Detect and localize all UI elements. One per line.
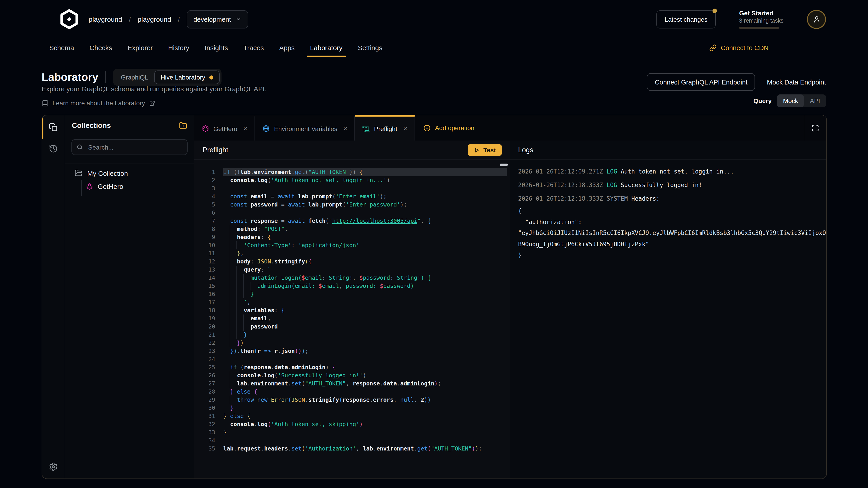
code-line[interactable]: 26console.log('Successfully logged in!')	[194, 371, 510, 380]
code-line[interactable]: 28} else {	[194, 388, 510, 396]
line-number: 12	[194, 258, 215, 266]
code-line[interactable]: 32console.log('Auth token set, skipping'…	[194, 420, 510, 428]
add-operation-button[interactable]: Add operation	[415, 115, 483, 140]
code-line[interactable]: 1if (!lab.environment.get("AUTH_TOKEN"))…	[194, 168, 510, 176]
line-number: 28	[194, 388, 215, 396]
code-line[interactable]: 17`,	[194, 298, 510, 306]
settings-gear-icon[interactable]	[49, 462, 58, 471]
close-icon[interactable]: ×	[403, 125, 408, 133]
line-content: console.log('Auth token set, skipping')	[223, 420, 507, 428]
mock-data-endpoint-button[interactable]: Mock Data Endpoint	[767, 78, 826, 86]
scrollbar-thumb[interactable]	[500, 164, 508, 166]
nav-item-schema[interactable]: Schema	[49, 38, 74, 57]
line-number: 8	[194, 225, 215, 233]
collections-rail-icon[interactable]	[49, 123, 58, 132]
breadcrumb-separator: /	[178, 15, 180, 23]
code-line[interactable]: 11},	[194, 250, 510, 258]
code-line[interactable]: 24	[194, 355, 510, 363]
line-number: 33	[194, 428, 215, 436]
play-icon	[474, 147, 480, 153]
target-selector[interactable]: development	[187, 10, 248, 28]
nav-item-traces[interactable]: Traces	[243, 38, 264, 57]
tab-environment-variables[interactable]: Environment Variables×	[255, 115, 355, 140]
connect-to-cdn-link[interactable]: Connect to CDN	[710, 38, 769, 57]
test-button[interactable]: Test	[468, 144, 502, 156]
code-line[interactable]: 4const email = await lab.prompt('Enter e…	[194, 193, 510, 201]
close-icon[interactable]: ×	[243, 125, 248, 133]
line-number: 20	[194, 323, 215, 331]
code-line[interactable]: 23}).then(r => r.json());	[194, 347, 510, 355]
nav-item-explorer[interactable]: Explorer	[127, 38, 153, 57]
tab-gethero[interactable]: GetHero×	[194, 115, 255, 140]
code-line[interactable]: 6	[194, 209, 510, 217]
collection-item[interactable]: My Collection	[65, 164, 194, 177]
code-line[interactable]: 2console.log('Auth token not set, loggin…	[194, 176, 510, 184]
code-line[interactable]: 3	[194, 184, 510, 193]
code-editor[interactable]: 1if (!lab.environment.get("AUTH_TOKEN"))…	[194, 160, 510, 479]
code-line[interactable]: 21}	[194, 331, 510, 339]
code-line[interactable]: 19email,	[194, 315, 510, 323]
operation-item-gethero[interactable]: GetHero	[65, 177, 194, 190]
toggle-hive-label: Hive Laboratory	[160, 74, 205, 81]
code-line[interactable]: 16}	[194, 290, 510, 298]
code-line[interactable]: 13query: `	[194, 266, 510, 274]
nav-item-history[interactable]: History	[168, 38, 189, 57]
logs-output[interactable]: 2026-01-26T12:12:09.271Z LOG Auth token …	[518, 160, 827, 479]
close-icon[interactable]: ×	[343, 125, 347, 133]
learn-more-link[interactable]: Learn more about the Laboratory	[41, 99, 155, 107]
breadcrumb-project[interactable]: playground	[138, 15, 171, 23]
hive-logo-icon[interactable]	[59, 9, 80, 29]
editor-mode-toggle: GraphiQL Hive Laboratory	[113, 69, 221, 86]
code-line[interactable]: 22})	[194, 339, 510, 347]
query-mode-api[interactable]: API	[804, 94, 826, 107]
line-content: } else {	[223, 388, 507, 396]
breadcrumb-org[interactable]: playground	[89, 15, 122, 23]
latest-changes-button[interactable]: Latest changes	[656, 10, 716, 28]
code-line[interactable]: 15adminLogin(email: $email, password: $p…	[194, 282, 510, 290]
code-line[interactable]: 31} else {	[194, 412, 510, 420]
code-line[interactable]: 7const response = await fetch("http://lo…	[194, 217, 510, 225]
fullscreen-button[interactable]	[804, 115, 827, 140]
code-line[interactable]: 29throw new Error(JSON.stringify(respons…	[194, 396, 510, 404]
get-started-subtitle: 3 remaining tasks	[739, 18, 783, 24]
line-number: 3	[194, 184, 215, 193]
code-line[interactable]: 18variables: {	[194, 306, 510, 315]
line-content: }	[223, 331, 507, 339]
nav-item-laboratory[interactable]: Laboratory	[310, 38, 342, 57]
code-line[interactable]: 10'Content-Type': 'application/json'	[194, 241, 510, 250]
add-operation-label: Add operation	[435, 124, 474, 131]
code-line[interactable]: 5const password = await lab.prompt('Ente…	[194, 201, 510, 209]
search-input[interactable]	[87, 143, 183, 151]
code-line[interactable]: 20password	[194, 323, 510, 331]
code-line[interactable]: 12body: JSON.stringify({	[194, 258, 510, 266]
line-content: }	[223, 428, 507, 436]
log-json-line: }	[518, 250, 827, 261]
code-line[interactable]: 8method: "POST",	[194, 225, 510, 233]
line-number: 26	[194, 371, 215, 380]
collections-search[interactable]	[71, 139, 188, 155]
code-line[interactable]: 30}	[194, 404, 510, 412]
new-collection-folder-icon[interactable]	[179, 122, 187, 130]
connect-endpoint-button[interactable]: Connect GraphQL API Endpoint	[647, 73, 755, 91]
code-line[interactable]: 33}	[194, 428, 510, 436]
code-line[interactable]: 34	[194, 436, 510, 445]
query-mode-mock[interactable]: Mock	[777, 94, 804, 107]
avatar[interactable]	[807, 10, 826, 29]
code-line[interactable]: 9headers: {	[194, 233, 510, 241]
get-started-widget[interactable]: Get Started 3 remaining tasks	[739, 9, 783, 29]
nav-item-settings[interactable]: Settings	[358, 38, 382, 57]
nav-item-insights[interactable]: Insights	[205, 38, 228, 57]
nav-item-checks[interactable]: Checks	[90, 38, 112, 57]
code-line[interactable]: 25if (response.data.adminLogin) {	[194, 363, 510, 371]
query-mode-switch: Mock API	[777, 94, 826, 107]
toggle-graphiql[interactable]: GraphiQL	[115, 71, 154, 84]
tab-preflight[interactable]: Preflight×	[355, 115, 415, 141]
line-number: 16	[194, 290, 215, 298]
code-line[interactable]: 35lab.request.headers.set('Authorization…	[194, 445, 510, 453]
toggle-hive-laboratory[interactable]: Hive Laboratory	[154, 70, 220, 84]
nav-item-apps[interactable]: Apps	[279, 38, 294, 57]
code-line[interactable]: 27lab.environment.set("AUTH_TOKEN", resp…	[194, 380, 510, 388]
history-rail-icon[interactable]	[49, 144, 58, 153]
code-line[interactable]: 14mutation Login($email: String!, $passw…	[194, 274, 510, 282]
plus-circle-icon	[423, 124, 431, 132]
